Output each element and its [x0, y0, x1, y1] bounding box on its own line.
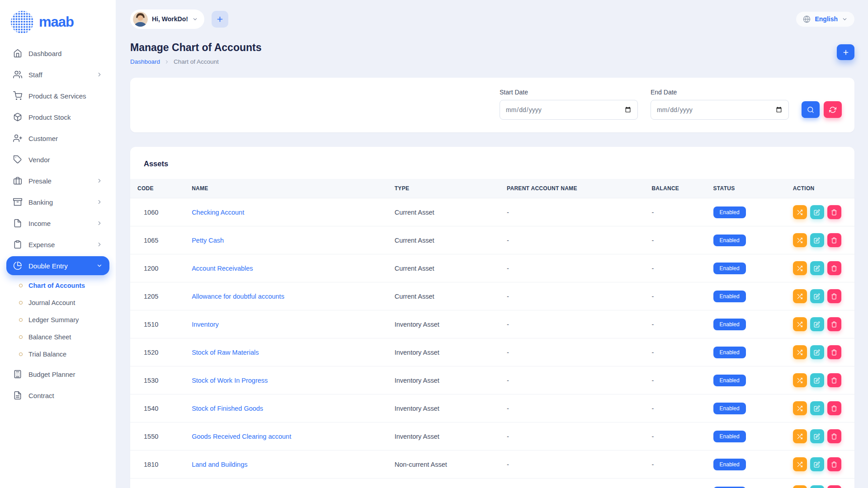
sidebar-subitem[interactable]: Balance Sheet — [12, 329, 109, 345]
sidebar-item[interactable]: Product Stock — [6, 108, 109, 127]
account-name-link[interactable]: Allowance for doubtful accounts — [192, 293, 284, 300]
account-name-link[interactable]: Inventory — [192, 321, 219, 328]
status-badge[interactable]: Enabled — [713, 319, 746, 330]
account-name-link[interactable]: Petty Cash — [192, 237, 224, 244]
edit-button[interactable] — [810, 457, 824, 471]
account-name-link[interactable]: Stock of Work In Progress — [192, 377, 268, 384]
transactions-button[interactable] — [793, 261, 807, 275]
sidebar-subitem[interactable]: Ledger Summary — [12, 312, 109, 328]
status-badge[interactable]: Enabled — [713, 375, 746, 386]
edit-button[interactable] — [810, 485, 824, 488]
delete-button[interactable] — [827, 457, 841, 471]
cell-balance: - — [644, 310, 706, 338]
edit-button[interactable] — [810, 205, 824, 219]
sidebar-item[interactable]: Customer — [6, 129, 109, 148]
sidebar-item[interactable]: Staff — [6, 65, 109, 84]
transactions-button[interactable] — [793, 205, 807, 219]
sidebar-item[interactable]: Dashboard — [6, 44, 109, 63]
edit-button[interactable] — [810, 373, 824, 387]
status-badge[interactable]: Enabled — [713, 291, 746, 302]
transactions-button[interactable] — [793, 233, 807, 247]
delete-button[interactable] — [827, 345, 841, 359]
status-badge[interactable]: Enabled — [713, 206, 746, 218]
reset-button[interactable] — [824, 101, 842, 118]
sidebar-subitem-label: Chart of Accounts — [28, 282, 85, 289]
delete-button[interactable] — [827, 261, 841, 275]
transactions-button[interactable] — [793, 401, 807, 415]
transactions-button[interactable] — [793, 317, 807, 331]
transactions-button[interactable] — [793, 457, 807, 471]
table-row: 1810 Land and Buildings Non-current Asse… — [130, 450, 854, 479]
status-badge[interactable]: Enabled — [713, 235, 746, 246]
sidebar-subitem[interactable]: Chart of Accounts — [12, 277, 109, 294]
status-badge[interactable]: Enabled — [713, 459, 746, 470]
cell-type: Inventory Asset — [387, 394, 500, 422]
cell-type: Current Asset — [387, 254, 500, 282]
edit-button[interactable] — [810, 401, 824, 415]
edit-button[interactable] — [810, 289, 824, 303]
sidebar-item-icon — [13, 370, 22, 379]
status-badge[interactable]: Enabled — [713, 487, 746, 488]
language-selector[interactable]: English — [796, 12, 854, 27]
status-badge[interactable]: Enabled — [713, 403, 746, 414]
user-menu[interactable]: Hi, WorkDo! — [130, 9, 204, 29]
breadcrumb-dashboard-link[interactable]: Dashboard — [130, 58, 160, 65]
account-name-link[interactable]: Stock of Finished Goods — [192, 405, 263, 412]
edit-button[interactable] — [810, 317, 824, 331]
edit-button[interactable] — [810, 429, 824, 443]
sidebar-item[interactable]: Vendor — [6, 150, 109, 169]
delete-button[interactable] — [827, 317, 841, 331]
delete-button[interactable] — [827, 401, 841, 415]
quick-add-button[interactable] — [212, 11, 228, 28]
brand-logo[interactable]: maab — [0, 7, 116, 42]
cell-code: 1550 — [130, 422, 184, 450]
edit-button[interactable] — [810, 233, 824, 247]
cell-balance: - — [644, 366, 706, 394]
sidebar-item[interactable]: Product & Services — [6, 86, 109, 105]
sidebar-item[interactable]: Double Entry — [6, 256, 109, 275]
create-account-button[interactable] — [837, 44, 854, 60]
row-actions — [793, 345, 847, 359]
transactions-button[interactable] — [793, 429, 807, 443]
sidebar-item-icon — [13, 91, 22, 100]
edit-button[interactable] — [810, 261, 824, 275]
account-name-link[interactable]: Goods Received Clearing account — [192, 433, 291, 440]
account-name-link[interactable]: Account Receivables — [192, 265, 253, 272]
account-name-link[interactable]: Checking Account — [192, 209, 244, 216]
sidebar-item[interactable]: Income — [6, 214, 109, 233]
search-button[interactable] — [802, 101, 820, 118]
edit-button[interactable] — [810, 345, 824, 359]
sidebar-item[interactable]: Budget Planner — [6, 365, 109, 384]
table-row: 1550 Goods Received Clearing account Inv… — [130, 422, 854, 450]
sidebar-item[interactable]: Banking — [6, 192, 109, 211]
sidebar-item[interactable]: Expense — [6, 235, 109, 254]
delete-button[interactable] — [827, 233, 841, 247]
transactions-button[interactable] — [793, 345, 807, 359]
account-name-link[interactable]: Land and Buildings — [192, 461, 247, 468]
transactions-button[interactable] — [793, 289, 807, 303]
sidebar-nav-bottom: Budget Planner Contract — [0, 365, 116, 405]
delete-button[interactable] — [827, 485, 841, 488]
sidebar-item[interactable]: Contract — [6, 386, 109, 405]
sidebar-item-icon — [13, 70, 22, 79]
delete-button[interactable] — [827, 373, 841, 387]
status-badge[interactable]: Enabled — [713, 263, 746, 274]
cell-parent-account: - — [500, 479, 644, 488]
transactions-button[interactable] — [793, 373, 807, 387]
start-date-input[interactable] — [500, 100, 638, 120]
delete-button[interactable] — [827, 205, 841, 219]
sidebar-subitem[interactable]: Journal Account — [12, 295, 109, 311]
cell-balance: - — [644, 198, 706, 226]
cell-code: 1065 — [130, 226, 184, 254]
delete-button[interactable] — [827, 289, 841, 303]
delete-button[interactable] — [827, 429, 841, 443]
chevron-right-icon — [96, 199, 103, 205]
status-badge[interactable]: Enabled — [713, 347, 746, 358]
sidebar-item[interactable]: Presale — [6, 171, 109, 190]
end-date-input[interactable] — [651, 100, 789, 120]
transactions-button[interactable] — [793, 485, 807, 488]
account-name-link[interactable]: Stock of Raw Materials — [192, 349, 259, 356]
status-badge[interactable]: Enabled — [713, 431, 746, 442]
cell-parent-account: - — [500, 310, 644, 338]
sidebar-subitem[interactable]: Trial Balance — [12, 346, 109, 362]
